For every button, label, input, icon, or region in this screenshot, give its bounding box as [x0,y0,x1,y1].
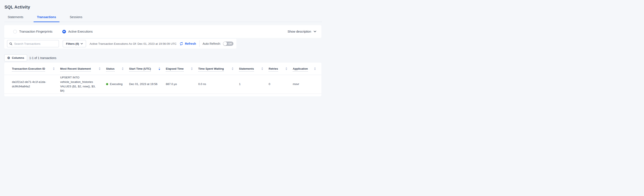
toggle-state-label: Off [228,42,232,45]
cell-time-spent-waiting: 0.0 ns [198,82,239,86]
cell-statements: 1 [239,82,269,86]
status-executing-dot-icon [106,83,108,85]
refresh-icon [180,42,183,46]
table-row[interactable]: da1f21e2-de71-4c1f-a1da-dc9fc94a84a2 UPS… [4,75,321,94]
sql-activity-page: SQL Activity Statements Transactions Ses… [0,0,322,98]
radio-label: Transaction Fingerprints [19,30,52,33]
column-header-status[interactable]: Status [106,63,129,75]
cell-retries: 0 [269,82,293,86]
cell-transaction-execution-id[interactable]: da1f21e2-de71-4c1f-a1da-dc9fc94a84a2 [12,80,56,89]
chevron-down-icon [81,43,83,44]
column-header-retries[interactable]: Retries [269,63,293,75]
tab-bar: Statements Transactions Sessions [4,13,322,22]
column-header-start-time[interactable]: Start Time (UTC) [129,63,166,75]
result-count: 1-1 of 1 transactions [29,56,56,60]
view-mode-panel: Transaction Fingerprints Active Executio… [4,25,321,38]
column-header-transaction-execution-id[interactable]: Transaction Execution ID [12,63,60,75]
transactions-table: Transaction Execution ID Most Recent Sta… [4,63,321,96]
sort-icon[interactable] [232,67,234,70]
toggle-knob [223,42,227,46]
sort-icon[interactable] [99,67,100,70]
cell-most-recent-statement: UPSERT INTO vehicle_location_histories V… [60,75,106,93]
column-header-statements[interactable]: Statements [239,63,269,75]
show-description-toggle[interactable]: Show description [288,30,317,33]
as-of-timestamp: Active Transaction Executions As Of: Dec… [90,42,176,45]
table-toolbar: Filters (0) Active Transaction Execution… [4,39,236,49]
gear-icon: ⚙ [7,56,10,59]
table-header-row: Transaction Execution ID Most Recent Sta… [4,63,321,75]
tab-sessions[interactable]: Sessions [66,13,86,22]
cell-application: movr [293,82,321,86]
radio-unselected-icon [13,30,17,33]
cell-elapsed-time: 887.0 µs [166,82,198,86]
filters-button[interactable]: Filters (0) [63,40,86,47]
sort-icon[interactable] [262,67,263,70]
show-description-label: Show description [288,30,311,33]
refresh-label: Refresh [185,42,196,45]
radio-selected-icon [62,30,66,33]
search-input[interactable] [14,42,56,45]
table-controls-row: ⚙ Columns 1-1 of 1 transactions [4,54,56,61]
column-header-most-recent-statement[interactable]: Most Recent Statement [60,63,106,75]
tab-statements[interactable]: Statements [4,13,27,22]
sort-icon[interactable] [122,67,124,70]
status-label: Executing [110,82,122,86]
refresh-button[interactable]: Refresh [180,42,196,46]
radio-transaction-fingerprints[interactable]: Transaction Fingerprints [13,30,52,33]
sort-icon-descending-active[interactable] [158,67,160,70]
sort-icon[interactable] [53,67,55,70]
sort-icon[interactable] [191,67,193,70]
page-title: SQL Activity [4,5,30,9]
search-icon [10,42,12,45]
tab-transactions[interactable]: Transactions [34,13,59,22]
radio-active-executions[interactable]: Active Executions [62,30,92,33]
sort-icon[interactable] [286,67,287,70]
cell-status: Executing [106,82,129,86]
sort-icon[interactable] [314,67,316,70]
chevron-down-icon [314,31,316,32]
auto-refresh-label: Auto Refresh: [202,42,221,45]
cell-start-time: Dec 01, 2023 at 19:56 [129,82,166,86]
radio-label: Active Executions [68,30,92,33]
toolbar-divider [199,40,200,47]
search-input-wrapper [7,40,59,47]
column-header-application[interactable]: Application [293,63,321,75]
column-header-time-spent-waiting[interactable]: Time Spent Waiting [198,63,239,75]
column-header-elapsed-time[interactable]: Elapsed Time [166,63,198,75]
columns-label: Columns [12,56,24,59]
auto-refresh-toggle[interactable]: Off [223,41,234,46]
filters-label: Filters (0) [66,42,79,45]
columns-button[interactable]: ⚙ Columns [4,54,27,61]
